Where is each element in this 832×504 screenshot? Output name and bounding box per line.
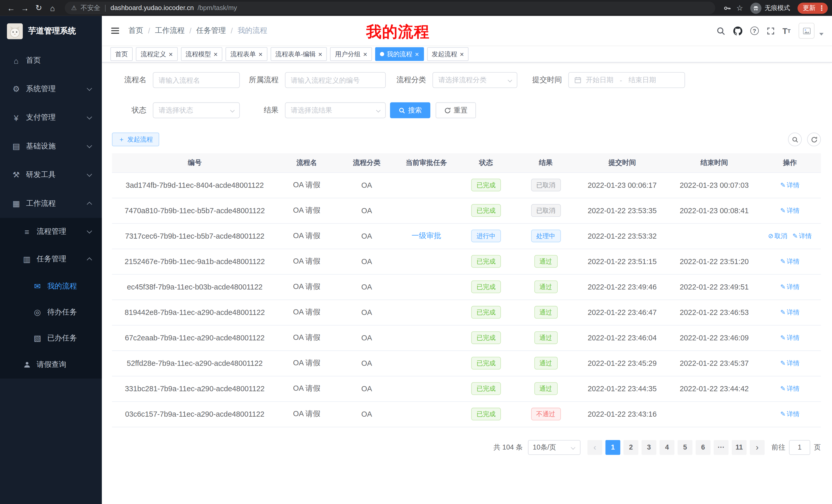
- detail-action-link[interactable]: ✎详情: [780, 333, 799, 342]
- cell-result: 通过: [517, 249, 575, 274]
- tab-1[interactable]: 流程定义×: [136, 47, 177, 61]
- tab-7[interactable]: 发起流程×: [427, 47, 468, 61]
- close-tab-icon[interactable]: ×: [415, 51, 419, 58]
- sidebar-item-dev-tools[interactable]: ⚒研发工具: [0, 161, 102, 189]
- sidebar-item-system-mgmt[interactable]: ⚙系统管理: [0, 75, 102, 103]
- sidebar-item-task-mgmt[interactable]: ▥任务管理: [0, 246, 102, 273]
- action-label: 详情: [787, 410, 800, 419]
- eye-icon: ◎: [33, 307, 42, 317]
- chevron-up-icon: [87, 257, 92, 262]
- status-tag: 已完成: [471, 306, 501, 319]
- refresh-table-button[interactable]: [807, 133, 821, 146]
- close-tab-icon[interactable]: ×: [363, 51, 367, 58]
- detail-action-link[interactable]: ✎详情: [780, 308, 799, 317]
- tab-3[interactable]: 流程表单×: [226, 47, 267, 61]
- parent-process-input[interactable]: [285, 72, 386, 88]
- prev-page-button[interactable]: ‹: [588, 440, 602, 455]
- sidebar-item-process-mgmt[interactable]: ≡流程管理: [0, 218, 102, 245]
- tab-5[interactable]: 用户分组×: [330, 47, 372, 61]
- fullscreen-icon[interactable]: [767, 27, 775, 35]
- detail-action-link[interactable]: ✎详情: [780, 180, 799, 190]
- detail-action-link[interactable]: ✎详情: [780, 257, 799, 266]
- caret-down-icon[interactable]: [820, 33, 824, 35]
- page-more-button[interactable]: ···: [714, 440, 729, 455]
- update-button[interactable]: 更新 ⋮: [798, 2, 828, 13]
- breadcrumb-item[interactable]: 首页: [128, 26, 143, 35]
- sidebar-item-workflow[interactable]: ▦工作流程: [0, 189, 102, 218]
- app-logo[interactable]: 芋道管理系统: [0, 16, 102, 46]
- help-icon[interactable]: ?: [750, 26, 759, 35]
- page-button-3[interactable]: 3: [642, 440, 656, 455]
- sidebar-item-payment-mgmt[interactable]: ¥支付管理: [0, 103, 102, 132]
- column-header: 结果: [517, 153, 575, 172]
- sidebar-item-my-process[interactable]: ✉我的流程: [0, 273, 102, 299]
- browser-home-button[interactable]: ⌂: [46, 1, 59, 15]
- search-button[interactable]: 搜索: [390, 102, 431, 118]
- sidebar-item-home[interactable]: ⌂首页: [0, 46, 102, 75]
- detail-action-link[interactable]: ✎详情: [780, 206, 799, 215]
- page-size-select[interactable]: 10条/页: [528, 440, 580, 455]
- goto-page-input[interactable]: [789, 440, 810, 455]
- process-name-input[interactable]: [153, 72, 240, 88]
- sidebar-item-todo-task[interactable]: ◎待办任务: [0, 299, 102, 325]
- current-task-link[interactable]: 一级审批: [411, 231, 441, 240]
- sidebar-item-label: 流程管理: [36, 227, 66, 236]
- status-select[interactable]: 请选择状态: [153, 102, 240, 118]
- refresh-icon: [444, 107, 451, 114]
- detail-action-link[interactable]: ✎详情: [780, 384, 799, 393]
- breadcrumb-item[interactable]: 工作流程: [155, 26, 185, 35]
- bookmark-star-icon[interactable]: ☆: [733, 2, 746, 15]
- address-bar[interactable]: ⚠ 不安全 dashboard.yudao.iocoder.cn/bpm/tas…: [65, 2, 715, 15]
- tab-0[interactable]: 首页: [110, 47, 133, 61]
- tab-6[interactable]: 我的流程×: [375, 47, 424, 61]
- close-tab-icon[interactable]: ×: [214, 51, 218, 58]
- github-icon[interactable]: [733, 26, 742, 35]
- sidebar-item-label: 基础设施: [26, 142, 56, 151]
- page-button-2[interactable]: 2: [623, 440, 639, 455]
- sidebar-item-infrastructure[interactable]: ▤基础设施: [0, 132, 102, 161]
- font-size-icon[interactable]: TT: [783, 26, 791, 35]
- password-key-icon[interactable]: [721, 2, 733, 15]
- breadcrumb-item[interactable]: 任务管理: [196, 26, 226, 35]
- toggle-search-button[interactable]: [788, 133, 802, 146]
- tab-4[interactable]: 流程表单-编辑×: [270, 47, 327, 61]
- cancel-action-link[interactable]: ⊘取消: [768, 231, 787, 241]
- close-tab-icon[interactable]: ×: [460, 51, 464, 58]
- sidebar-item-done-task[interactable]: ▧已办任务: [0, 325, 102, 351]
- edit-icon: ✎: [780, 334, 786, 342]
- next-page-button[interactable]: ›: [750, 440, 765, 455]
- submit-time-range-picker[interactable]: 开始日期 - 结束日期: [568, 72, 685, 88]
- search-icon[interactable]: [716, 26, 725, 35]
- detail-action-link[interactable]: ✎详情: [780, 410, 799, 419]
- browser-back-button[interactable]: ←: [4, 1, 18, 15]
- page-button-6[interactable]: 6: [696, 440, 711, 455]
- browser-reload-button[interactable]: ↻: [32, 1, 46, 15]
- tab-2[interactable]: 流程模型×: [181, 47, 223, 61]
- close-tab-icon[interactable]: ×: [318, 51, 322, 58]
- cell-submit-time: 2022-01-22 23:45:29: [575, 351, 670, 376]
- category-select[interactable]: 请选择流程分类: [433, 72, 517, 88]
- cell-status: 已完成: [455, 325, 517, 351]
- user-icon: [22, 361, 31, 368]
- reset-button[interactable]: 重置: [436, 102, 476, 118]
- sidebar-item-leave-query[interactable]: 请假查询: [0, 351, 102, 379]
- cell-current-task: [397, 325, 455, 351]
- page-button-1[interactable]: 1: [605, 440, 620, 455]
- collapse-sidebar-icon[interactable]: [110, 26, 120, 35]
- browser-menu-icon[interactable]: ⋮: [818, 4, 825, 12]
- close-tab-icon[interactable]: ×: [169, 51, 173, 58]
- page-button-5[interactable]: 5: [677, 440, 693, 455]
- page-button-4[interactable]: 4: [659, 440, 674, 455]
- close-tab-icon[interactable]: ×: [258, 51, 262, 58]
- home-icon: ⌂: [11, 56, 21, 65]
- avatar[interactable]: [799, 23, 814, 39]
- cell-result: 已取消: [517, 172, 575, 198]
- page-button-11[interactable]: 11: [732, 440, 747, 455]
- detail-action-link[interactable]: ✎详情: [792, 231, 811, 241]
- create-process-button[interactable]: ＋ 发起流程: [112, 133, 159, 146]
- active-tab-dot: [380, 52, 384, 56]
- detail-action-link[interactable]: ✎详情: [780, 282, 799, 291]
- browser-forward-button[interactable]: →: [18, 1, 32, 15]
- result-select[interactable]: 请选择流结果: [285, 102, 386, 118]
- detail-action-link[interactable]: ✎详情: [780, 359, 799, 368]
